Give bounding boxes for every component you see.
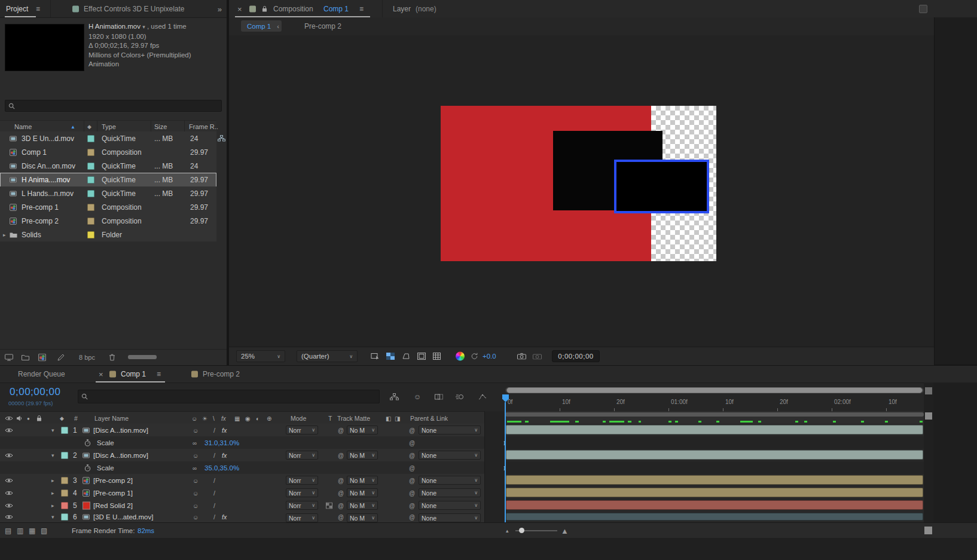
quality-switch[interactable]: /	[213, 502, 215, 509]
eye-icon[interactable]	[5, 415, 13, 421]
toggle-pane-icon[interactable]: ▦	[29, 527, 35, 535]
region-of-interest-icon[interactable]	[371, 353, 380, 360]
property-row[interactable]: Scale ∞ 31.0,31.0% @	[0, 436, 484, 449]
layer-track[interactable]	[505, 486, 924, 500]
hide-shy-layers-icon[interactable]: ☺	[414, 393, 421, 401]
parent-select[interactable]: None∨	[419, 501, 481, 510]
parent-pickwhip-icon[interactable]: @	[409, 514, 415, 521]
toggle-switches-icon[interactable]: ◧	[386, 415, 391, 421]
label-chip[interactable]	[87, 135, 94, 142]
lock-icon[interactable]	[36, 415, 42, 421]
label-chip[interactable]	[87, 204, 94, 211]
switch-collapse-icon[interactable]: ☀	[202, 415, 207, 421]
selected-layer-box[interactable]	[614, 160, 709, 213]
layer-duration-bar[interactable]	[506, 513, 923, 521]
quality-switch[interactable]: /	[213, 427, 215, 434]
layer-duration-bar[interactable]	[506, 475, 923, 485]
shy-switch-icon[interactable]: ☺	[193, 514, 199, 521]
blend-mode-select[interactable]: Norr∨	[286, 513, 318, 522]
stopwatch-icon[interactable]	[84, 439, 91, 446]
parent-select[interactable]: None∨	[419, 426, 481, 434]
toggle-modes-icon[interactable]: ◨	[395, 415, 400, 421]
close-tab-icon[interactable]: ×	[99, 370, 103, 379]
column-index[interactable]: #	[74, 415, 78, 422]
project-row[interactable]: Comp 1 Composition 29.97	[0, 145, 216, 160]
property-track[interactable]: I	[505, 461, 924, 475]
track-matte-select[interactable]: No M∨	[347, 451, 378, 460]
toggle-pane-icon[interactable]: ▤	[5, 527, 11, 535]
mini-flowchart-icon[interactable]	[390, 393, 399, 400]
expand-caret-icon[interactable]: ▾	[51, 452, 54, 458]
track-matte-select[interactable]: No M∨	[347, 426, 378, 434]
switch-fx-icon[interactable]: fx	[221, 415, 226, 421]
zoom-select[interactable]: 25% ∨	[236, 350, 285, 362]
expand-caret-icon[interactable]: ▸	[51, 503, 54, 509]
lock-icon[interactable]	[262, 5, 267, 12]
layer-row[interactable]: ▾ 2 [Disc A...tion.mov] ☺ / fx Norr∨ @ N…	[0, 449, 484, 462]
column-track-matte[interactable]: Track Matte	[337, 415, 370, 422]
label-chip[interactable]	[61, 489, 68, 497]
parent-pickwhip-icon[interactable]: @	[409, 502, 415, 509]
shy-switch-icon[interactable]: ☺	[193, 502, 199, 509]
timeline-search-input[interactable]	[91, 393, 376, 401]
scrollbar-corner[interactable]	[924, 527, 932, 534]
panel-dock-icon[interactable]	[919, 5, 927, 13]
switch-3d-icon[interactable]: ⊕	[267, 415, 271, 421]
layer-duration-bar[interactable]	[506, 450, 923, 460]
timeline-search[interactable]	[78, 390, 380, 403]
scrollbar-handle[interactable]	[925, 387, 932, 394]
composition-viewport[interactable]	[229, 35, 934, 347]
time-navigator[interactable]	[505, 387, 924, 393]
viewer-timecode[interactable]: 0;00;00;00	[552, 350, 600, 362]
track-matte-select[interactable]: No M∨	[347, 476, 378, 485]
playhead-line[interactable]	[505, 402, 506, 522]
switch-shy-icon[interactable]: ☺	[191, 415, 197, 421]
channel-color-wheel-icon[interactable]	[456, 352, 465, 361]
column-layer-name[interactable]: Layer Name	[94, 415, 129, 422]
fx-switch[interactable]: fx	[222, 427, 227, 434]
property-name[interactable]: Scale	[97, 464, 114, 472]
project-row[interactable]: L Hands...n.mov QuickTime ... MB 29.97	[0, 186, 216, 201]
safe-areas-icon[interactable]	[417, 353, 426, 360]
matte-pickwhip-icon[interactable]: @	[338, 502, 344, 509]
preserve-transparency-icon[interactable]	[326, 502, 332, 509]
solo-icon[interactable]: ●	[27, 415, 30, 421]
breadcrumb-current-pill[interactable]: Comp 1 ‹	[241, 20, 282, 32]
eye-icon[interactable]	[5, 490, 13, 495]
switch-motion-blur-icon[interactable]: ◉	[245, 415, 251, 421]
zoom-out-icon[interactable]: ▴	[506, 528, 509, 534]
eye-icon[interactable]	[5, 452, 13, 458]
toggle-pane-icon[interactable]: ▧	[41, 527, 47, 535]
timeline-zoom-knob[interactable]	[519, 528, 524, 533]
quality-switch[interactable]: /	[213, 477, 215, 484]
expand-caret-icon[interactable]: ▸	[51, 490, 54, 496]
constrain-link-icon[interactable]: ∞	[193, 439, 197, 446]
quality-switch[interactable]: /	[213, 489, 215, 497]
tab-effect-controls[interactable]: Effect Controls 3D E Unpixelate	[84, 5, 185, 13]
matte-pickwhip-icon[interactable]: @	[338, 452, 344, 458]
scrollbar-handle[interactable]	[925, 412, 932, 420]
layer-track[interactable]	[505, 499, 924, 512]
breadcrumb-parent[interactable]: Pre-comp 2	[304, 22, 341, 30]
label-column-icon[interactable]: ◆	[60, 415, 64, 421]
breadcrumb-back-icon[interactable]: ‹	[277, 23, 279, 30]
timeline-panel-menu-icon[interactable]: ≡	[157, 370, 161, 378]
stopwatch-icon[interactable]	[84, 464, 91, 472]
toggle-pane-icon[interactable]: ▥	[17, 527, 23, 535]
layer-row[interactable]: ▸ 3 [Pre-comp 2] ☺ / Norr∨ @ No M∨ @ Non…	[0, 474, 484, 487]
label-chip[interactable]	[87, 190, 94, 197]
switch-frame-blend-icon[interactable]: ▦	[234, 415, 240, 421]
quality-switch[interactable]: /	[213, 513, 215, 521]
label-chip[interactable]	[87, 231, 94, 238]
eye-icon[interactable]	[5, 478, 13, 483]
property-value[interactable]: 35.0,35.0%	[204, 464, 239, 472]
eye-icon[interactable]	[5, 515, 13, 520]
zoom-in-icon[interactable]: ▲	[561, 527, 569, 535]
shy-switch-icon[interactable]: ☺	[193, 452, 199, 458]
layer-track[interactable]	[505, 449, 924, 462]
blend-mode-select[interactable]: Norr∨	[286, 501, 318, 510]
footage-dropdown-icon[interactable]: ▾	[142, 24, 145, 30]
fx-switch[interactable]: fx	[222, 452, 227, 459]
column-name[interactable]: Name	[14, 123, 32, 130]
interpret-footage-icon[interactable]	[5, 354, 13, 361]
